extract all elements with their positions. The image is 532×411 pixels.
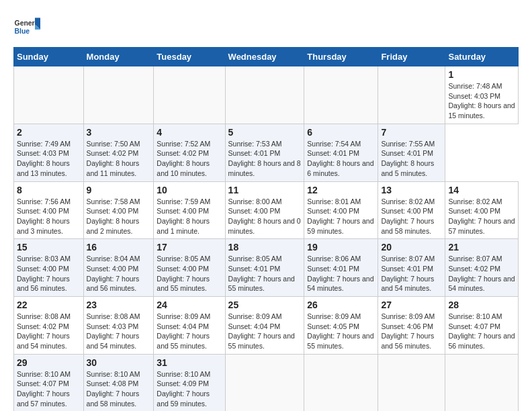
day-info: Sunrise: 8:01 AM Sunset: 4:00 PM Dayligh… xyxy=(307,197,375,236)
calendar-table: SundayMondayTuesdayWednesdayThursdayFrid… xyxy=(13,47,519,411)
column-header-saturday: Saturday xyxy=(445,48,519,66)
calendar-cell: 27 Sunrise: 8:09 AM Sunset: 4:06 PM Dayl… xyxy=(378,297,445,355)
day-info: Sunrise: 7:54 AM Sunset: 4:01 PM Dayligh… xyxy=(307,139,375,179)
calendar-cell xyxy=(83,66,154,124)
day-info: Sunrise: 7:53 AM Sunset: 4:01 PM Dayligh… xyxy=(228,139,302,179)
page-header: General Blue xyxy=(13,13,519,40)
calendar-cell: 22 Sunrise: 8:08 AM Sunset: 4:02 PM Dayl… xyxy=(14,297,84,355)
day-number: 11 xyxy=(228,185,302,195)
column-header-tuesday: Tuesday xyxy=(154,48,225,66)
calendar-cell: 11 Sunrise: 8:00 AM Sunset: 4:00 PM Dayl… xyxy=(225,181,304,239)
calendar-cell: 21 Sunrise: 8:07 AM Sunset: 4:02 PM Dayl… xyxy=(445,239,519,297)
calendar-cell: 2 Sunrise: 7:49 AM Sunset: 4:03 PM Dayli… xyxy=(14,124,84,181)
calendar-cell: 12 Sunrise: 8:01 AM Sunset: 4:00 PM Dayl… xyxy=(304,181,378,239)
day-info: Sunrise: 7:50 AM Sunset: 4:02 PM Dayligh… xyxy=(87,139,151,179)
day-info: Sunrise: 8:08 AM Sunset: 4:03 PM Dayligh… xyxy=(87,312,151,351)
day-info: Sunrise: 7:52 AM Sunset: 4:02 PM Dayligh… xyxy=(157,139,222,179)
calendar-cell: 23 Sunrise: 8:08 AM Sunset: 4:03 PM Dayl… xyxy=(83,297,154,355)
day-info: Sunrise: 7:58 AM Sunset: 4:00 PM Dayligh… xyxy=(87,197,151,236)
day-number: 30 xyxy=(87,357,151,368)
calendar-week-1: 1 Sunrise: 7:48 AM Sunset: 4:03 PM Dayli… xyxy=(14,66,519,124)
calendar-cell: 29 Sunrise: 8:10 AM Sunset: 4:07 PM Dayl… xyxy=(14,354,84,411)
calendar-cell xyxy=(378,354,445,411)
day-info: Sunrise: 8:03 AM Sunset: 4:00 PM Dayligh… xyxy=(17,254,81,293)
calendar-week-5: 22 Sunrise: 8:08 AM Sunset: 4:02 PM Dayl… xyxy=(14,297,519,355)
day-number: 31 xyxy=(157,357,222,368)
day-number: 7 xyxy=(381,127,442,138)
day-info: Sunrise: 8:09 AM Sunset: 4:05 PM Dayligh… xyxy=(307,312,375,351)
day-info: Sunrise: 7:59 AM Sunset: 4:00 PM Dayligh… xyxy=(157,197,222,236)
calendar-cell: 30 Sunrise: 8:10 AM Sunset: 4:08 PM Dayl… xyxy=(83,354,154,411)
column-header-friday: Friday xyxy=(378,48,445,66)
day-info: Sunrise: 8:10 AM Sunset: 4:07 PM Dayligh… xyxy=(448,312,515,351)
day-number: 26 xyxy=(307,300,375,310)
calendar-cell: 16 Sunrise: 8:04 AM Sunset: 4:00 PM Dayl… xyxy=(83,239,154,297)
day-info: Sunrise: 8:10 AM Sunset: 4:07 PM Dayligh… xyxy=(17,369,81,409)
calendar-cell: 6 Sunrise: 7:54 AM Sunset: 4:01 PM Dayli… xyxy=(304,124,378,181)
calendar-cell: 9 Sunrise: 7:58 AM Sunset: 4:00 PM Dayli… xyxy=(83,181,154,239)
calendar-week-2: 2 Sunrise: 7:49 AM Sunset: 4:03 PM Dayli… xyxy=(14,124,519,181)
calendar-cell: 15 Sunrise: 8:03 AM Sunset: 4:00 PM Dayl… xyxy=(14,239,84,297)
day-info: Sunrise: 8:02 AM Sunset: 4:00 PM Dayligh… xyxy=(381,197,442,236)
day-info: Sunrise: 8:04 AM Sunset: 4:00 PM Dayligh… xyxy=(87,254,151,293)
calendar-cell: 28 Sunrise: 8:10 AM Sunset: 4:07 PM Dayl… xyxy=(445,297,519,355)
day-number: 20 xyxy=(381,242,442,253)
calendar-cell xyxy=(225,354,304,411)
day-info: Sunrise: 8:06 AM Sunset: 4:01 PM Dayligh… xyxy=(307,254,375,293)
calendar-cell xyxy=(154,66,225,124)
day-info: Sunrise: 8:05 AM Sunset: 4:01 PM Dayligh… xyxy=(228,254,302,293)
day-number: 12 xyxy=(307,185,375,195)
day-number: 9 xyxy=(87,185,151,195)
day-number: 21 xyxy=(448,242,515,253)
calendar-cell: 31 Sunrise: 8:10 AM Sunset: 4:09 PM Dayl… xyxy=(154,354,225,411)
column-header-sunday: Sunday xyxy=(14,48,84,66)
day-number: 16 xyxy=(87,242,151,253)
day-number: 22 xyxy=(17,300,81,310)
calendar-cell: 7 Sunrise: 7:55 AM Sunset: 4:01 PM Dayli… xyxy=(378,124,445,181)
svg-text:Blue: Blue xyxy=(15,28,30,35)
calendar-cell: 19 Sunrise: 8:06 AM Sunset: 4:01 PM Dayl… xyxy=(304,239,378,297)
day-info: Sunrise: 8:08 AM Sunset: 4:02 PM Dayligh… xyxy=(17,312,81,351)
column-header-monday: Monday xyxy=(83,48,154,66)
day-number: 29 xyxy=(17,357,81,368)
day-number: 24 xyxy=(157,300,222,310)
calendar-cell: 18 Sunrise: 8:05 AM Sunset: 4:01 PM Dayl… xyxy=(225,239,304,297)
day-number: 3 xyxy=(87,127,151,138)
day-info: Sunrise: 8:05 AM Sunset: 4:00 PM Dayligh… xyxy=(157,254,222,293)
day-number: 27 xyxy=(381,300,442,310)
calendar-cell xyxy=(445,354,519,411)
day-number: 5 xyxy=(228,127,302,138)
day-info: Sunrise: 7:48 AM Sunset: 4:03 PM Dayligh… xyxy=(448,81,515,121)
calendar-week-6: 29 Sunrise: 8:10 AM Sunset: 4:07 PM Dayl… xyxy=(14,354,519,411)
calendar-week-3: 8 Sunrise: 7:56 AM Sunset: 4:00 PM Dayli… xyxy=(14,181,519,239)
day-number: 4 xyxy=(157,127,222,138)
column-header-thursday: Thursday xyxy=(304,48,378,66)
day-info: Sunrise: 8:02 AM Sunset: 4:00 PM Dayligh… xyxy=(448,197,515,236)
calendar-cell xyxy=(304,66,378,124)
calendar-cell: 13 Sunrise: 8:02 AM Sunset: 4:00 PM Dayl… xyxy=(378,181,445,239)
day-number: 8 xyxy=(17,185,81,195)
calendar-cell: 25 Sunrise: 8:09 AM Sunset: 4:04 PM Dayl… xyxy=(225,297,304,355)
calendar-cell xyxy=(14,66,84,124)
day-info: Sunrise: 7:49 AM Sunset: 4:03 PM Dayligh… xyxy=(17,139,81,179)
calendar-cell: 3 Sunrise: 7:50 AM Sunset: 4:02 PM Dayli… xyxy=(83,124,154,181)
calendar-week-4: 15 Sunrise: 8:03 AM Sunset: 4:00 PM Dayl… xyxy=(14,239,519,297)
calendar-cell: 1 Sunrise: 7:48 AM Sunset: 4:03 PM Dayli… xyxy=(445,66,519,124)
calendar-cell: 4 Sunrise: 7:52 AM Sunset: 4:02 PM Dayli… xyxy=(154,124,225,181)
day-info: Sunrise: 8:07 AM Sunset: 4:02 PM Dayligh… xyxy=(448,254,515,293)
day-number: 23 xyxy=(87,300,151,310)
day-info: Sunrise: 8:10 AM Sunset: 4:09 PM Dayligh… xyxy=(157,369,222,409)
column-header-wednesday: Wednesday xyxy=(225,48,304,66)
day-info: Sunrise: 8:09 AM Sunset: 4:04 PM Dayligh… xyxy=(228,312,302,351)
calendar-cell: 8 Sunrise: 7:56 AM Sunset: 4:00 PM Dayli… xyxy=(14,181,84,239)
day-number: 14 xyxy=(448,185,515,195)
logo: General Blue xyxy=(13,13,43,40)
day-number: 15 xyxy=(17,242,81,253)
day-number: 17 xyxy=(157,242,222,253)
calendar-cell: 20 Sunrise: 8:07 AM Sunset: 4:01 PM Dayl… xyxy=(378,239,445,297)
day-info: Sunrise: 8:07 AM Sunset: 4:01 PM Dayligh… xyxy=(381,254,442,293)
calendar-cell xyxy=(378,66,445,124)
calendar-cell: 26 Sunrise: 8:09 AM Sunset: 4:05 PM Dayl… xyxy=(304,297,378,355)
calendar-cell: 14 Sunrise: 8:02 AM Sunset: 4:00 PM Dayl… xyxy=(445,181,519,239)
day-info: Sunrise: 7:56 AM Sunset: 4:00 PM Dayligh… xyxy=(17,197,81,236)
